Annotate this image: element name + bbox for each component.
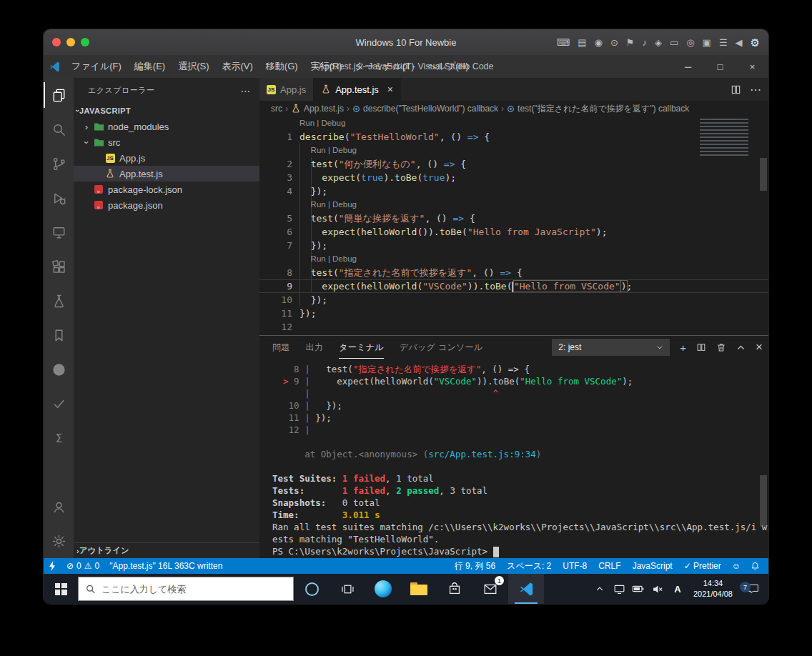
taskbar-app-vscode[interactable]: [508, 574, 544, 604]
display-icon[interactable]: ▭: [670, 38, 678, 47]
hidden-icons-chevron-icon[interactable]: [590, 574, 610, 604]
tree-item-node_modules[interactable]: ›node_modules: [74, 119, 259, 134]
source-control-icon[interactable]: [44, 146, 74, 181]
more-actions-icon[interactable]: ⋯: [750, 83, 761, 96]
code-line-2[interactable]: 2 test("何か便利なもの", () => {: [259, 157, 768, 171]
code-line-7[interactable]: 7 });: [259, 239, 768, 252]
panel-tab-ターミナル[interactable]: ターミナル: [339, 337, 384, 359]
zoom-window-button[interactable]: [81, 38, 89, 46]
workspace-root-row[interactable]: › JAVASCRIPT: [74, 103, 259, 119]
tree-item-package-lock.json[interactable]: npackage-lock.json: [74, 182, 259, 197]
code-line-3[interactable]: 3 expect(true).toBe(true);: [259, 171, 768, 184]
menu-item[interactable]: 移動(G): [259, 55, 304, 78]
ime-indicator[interactable]: A: [668, 574, 688, 604]
settings-icon[interactable]: [44, 524, 74, 558]
start-button[interactable]: [44, 574, 78, 604]
code-line-1[interactable]: 1describe("TestHelloWorld", () => {: [259, 130, 768, 144]
close-panel-icon[interactable]: ×: [756, 340, 763, 354]
close-window-button[interactable]: [52, 38, 61, 46]
account-icon[interactable]: [44, 489, 74, 524]
menu-item[interactable]: ターミナル(T): [349, 55, 421, 78]
todo-icon[interactable]: [44, 387, 74, 421]
statusbar-item[interactable]: ✓ Prettier: [678, 558, 727, 574]
codelens-run-debug[interactable]: Run | Debug: [259, 198, 768, 212]
problems-indicator[interactable]: ⊘ 0 ⚠ 0: [61, 558, 104, 574]
test-icon[interactable]: [44, 284, 74, 318]
remote-explorer-icon[interactable]: [44, 215, 74, 249]
code-editor[interactable]: Run | Debug1describe("TestHelloWorld", (…: [259, 116, 768, 335]
menu-item[interactable]: 選択(S): [172, 55, 215, 78]
notifications-bell-icon[interactable]: [746, 558, 768, 574]
code-line-6[interactable]: 6 expect(helloWorld()).toBe("Hello from …: [259, 225, 768, 239]
tab-App.test.js[interactable]: App.test.js×: [314, 78, 401, 101]
taskbar-app-file-explorer[interactable]: [401, 574, 437, 604]
statusbar-item[interactable]: スペース: 2: [501, 558, 557, 574]
code-line-10[interactable]: 10 });: [259, 293, 768, 307]
statusbar-item[interactable]: CRLF: [593, 558, 626, 574]
tree-item-App.js[interactable]: JSApp.js: [74, 150, 259, 166]
share-icon[interactable]: ▣: [703, 38, 711, 47]
flag-icon[interactable]: ⚑: [626, 38, 635, 47]
code-line-9[interactable]: 9 expect(helloWorld("VSCode")).toBe("Hel…: [259, 279, 768, 293]
volume-icon[interactable]: ♪: [642, 38, 647, 47]
maximize-button[interactable]: □: [704, 55, 736, 78]
panel-scrollbar[interactable]: [760, 475, 767, 527]
extensions-icon[interactable]: [44, 249, 74, 284]
taskbar-clock[interactable]: 14:34 2021/04/08: [688, 578, 738, 600]
tree-item-src[interactable]: ›src: [74, 134, 259, 150]
camera-icon[interactable]: ◎: [686, 38, 694, 47]
code-line-4[interactable]: 4 });: [259, 184, 768, 198]
tree-item-App.test.js[interactable]: App.test.js: [74, 166, 259, 182]
mic-icon[interactable]: ◈: [655, 38, 662, 47]
breadcrumb-item[interactable]: describe("TestHelloWorld") callback: [352, 104, 498, 114]
list-icon[interactable]: ☰: [719, 38, 728, 47]
taskbar-app-edge[interactable]: [365, 574, 401, 604]
bookmarks-icon[interactable]: [44, 318, 74, 352]
code-line-5[interactable]: 5 test("簡単な挨拶を返す", () => {: [259, 212, 768, 225]
taskbar-app-taskview[interactable]: [330, 574, 365, 604]
codelens-run-debug[interactable]: Run | Debug: [259, 252, 768, 266]
battery-tray-icon[interactable]: [629, 574, 648, 604]
codelens-run-debug[interactable]: Run | Debug: [259, 144, 768, 157]
search-input[interactable]: [102, 584, 286, 595]
record-icon[interactable]: ⊙: [610, 38, 618, 47]
split-editor-icon[interactable]: [731, 84, 741, 95]
breadcrumb-item[interactable]: App.test.js: [291, 104, 344, 114]
github-icon[interactable]: [44, 352, 74, 387]
back-icon[interactable]: ◀: [736, 38, 743, 47]
summary-icon[interactable]: Σ: [44, 421, 74, 455]
outline-section[interactable]: › アウトライン: [74, 542, 259, 558]
keyboard-icon[interactable]: ⌨: [556, 38, 570, 47]
split-terminal-icon[interactable]: [696, 342, 706, 352]
menu-item[interactable]: 実行(R): [304, 55, 349, 78]
breadcrumb-item[interactable]: src: [271, 104, 282, 114]
menu-item[interactable]: ファイル(F): [65, 55, 128, 78]
explorer-icon[interactable]: [44, 78, 74, 112]
minimize-button[interactable]: ─: [672, 55, 704, 78]
terminal-picker-dropdown[interactable]: 2: jest: [552, 339, 670, 356]
statusbar-item[interactable]: JavaScript: [627, 558, 678, 574]
taskbar-app-mail[interactable]: 1: [472, 574, 508, 604]
modes-icon[interactable]: ▤: [578, 38, 586, 47]
panel-tab-デバッグ コンソール[interactable]: デバッグ コンソール: [400, 337, 483, 359]
menu-item[interactable]: 編集(E): [128, 55, 172, 78]
volume-mute-tray-icon[interactable]: [648, 574, 668, 604]
new-terminal-button[interactable]: +: [680, 342, 686, 354]
code-line-8[interactable]: 8 test("指定された名前で挨拶を返す", () => {: [259, 266, 768, 279]
maximize-panel-icon[interactable]: [736, 343, 746, 352]
tab-App.js[interactable]: JSApp.js: [259, 78, 314, 101]
gear-icon[interactable]: ⚙: [751, 37, 760, 48]
feedback-icon[interactable]: ☺: [727, 558, 746, 574]
mouse-icon[interactable]: ◉: [595, 38, 603, 47]
remote-indicator[interactable]: [44, 558, 61, 574]
statusbar-item[interactable]: 行 9, 列 56: [449, 558, 501, 574]
display-tray-icon[interactable]: [610, 574, 629, 604]
close-button[interactable]: ×: [736, 55, 768, 78]
run-debug-icon[interactable]: [44, 181, 74, 215]
close-icon[interactable]: ×: [387, 84, 393, 95]
menu-item[interactable]: ヘルプ(H): [421, 55, 475, 78]
taskbar-search[interactable]: [78, 577, 294, 601]
codelens-run-debug[interactable]: Run | Debug: [259, 116, 768, 130]
statusbar-item[interactable]: UTF-8: [557, 558, 593, 574]
panel-tab-問題[interactable]: 問題: [272, 337, 290, 359]
